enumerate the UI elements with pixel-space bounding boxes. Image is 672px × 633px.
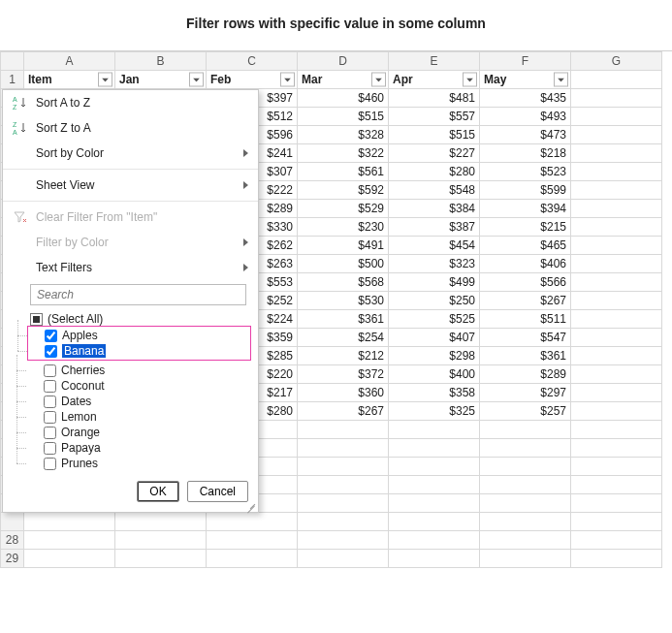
cell[interactable] [115,513,207,531]
cell[interactable]: $566 [480,273,571,292]
filter-dropdown-D[interactable] [371,73,386,87]
cell[interactable]: Jan [115,71,207,89]
filter-value-checkbox[interactable] [44,427,56,439]
cell[interactable] [115,550,207,568]
sort-za[interactable]: ZA Sort Z to A [3,115,258,141]
cell[interactable]: $561 [298,163,389,181]
cell[interactable]: $289 [480,365,571,384]
filter-value-row[interactable]: Cherries [30,363,248,378]
filter-value-checkbox[interactable] [44,458,56,470]
cell[interactable]: $267 [298,402,389,421]
cell[interactable] [480,439,571,458]
cell[interactable] [571,144,662,163]
cell[interactable]: $250 [389,292,480,310]
cell[interactable] [298,476,389,494]
row-header[interactable]: 29 [1,550,24,568]
cell[interactable] [571,237,662,255]
cell[interactable] [480,476,571,494]
cell[interactable]: $599 [480,181,571,200]
cell[interactable]: $493 [480,108,571,126]
filter-dropdown-B[interactable] [189,73,204,87]
cell[interactable] [389,494,480,513]
col-header-F[interactable]: F [480,52,571,71]
filter-value-checkbox[interactable] [44,380,56,393]
cell[interactable]: Apr [389,71,480,89]
ok-button[interactable]: OK [137,481,178,502]
cell[interactable] [298,513,389,531]
cell[interactable] [298,494,389,513]
cell[interactable]: $460 [298,89,389,108]
cell[interactable]: $407 [389,329,480,347]
filter-value-checkbox[interactable] [44,364,56,377]
cell[interactable] [389,421,480,439]
cell[interactable]: $500 [298,255,389,273]
cell[interactable]: $230 [298,218,389,237]
cell[interactable] [298,550,389,568]
cell[interactable]: $384 [389,200,480,218]
cell[interactable]: $523 [480,163,571,181]
cell[interactable] [571,458,662,476]
cell[interactable]: $515 [389,126,480,144]
cell[interactable]: $400 [389,365,480,384]
filter-value-checkbox[interactable] [45,330,57,342]
cell[interactable] [298,531,389,550]
col-header-A[interactable]: A [24,52,115,71]
cell[interactable] [480,458,571,476]
cell[interactable] [207,513,298,531]
text-filters[interactable]: Text Filters [3,255,258,280]
cell[interactable] [298,458,389,476]
cell[interactable] [571,218,662,237]
cell[interactable]: $394 [480,200,571,218]
cell[interactable]: $267 [480,292,571,310]
col-header-E[interactable]: E [389,52,480,71]
cell[interactable]: $372 [298,365,389,384]
cell[interactable] [571,439,662,458]
filter-value-row[interactable]: Orange [30,425,248,440]
cell[interactable] [480,531,571,550]
cell[interactable]: $328 [298,126,389,144]
cell[interactable] [571,531,662,550]
cell[interactable]: Mar [298,71,389,89]
cell[interactable] [480,494,571,513]
cell[interactable] [571,513,662,531]
cell[interactable] [571,494,662,513]
cell[interactable]: $218 [480,144,571,163]
col-header-G[interactable]: G [571,52,662,71]
cell[interactable]: $297 [480,384,571,402]
cell[interactable]: $323 [389,255,480,273]
filter-value-row[interactable]: Apples [31,328,247,343]
sheet-view[interactable]: Sheet View [3,173,258,198]
cell[interactable]: $547 [480,329,571,347]
cell[interactable]: $280 [389,163,480,181]
cell[interactable]: Feb [207,71,298,89]
cell[interactable]: $361 [480,347,571,365]
cell[interactable] [480,513,571,531]
cell[interactable] [389,531,480,550]
filter-dropdown-F[interactable] [554,73,568,87]
col-header-B[interactable]: B [115,52,207,71]
cell[interactable] [24,550,115,568]
filter-value-row[interactable]: Prunes [30,456,248,471]
cell[interactable]: $406 [480,255,571,273]
sort-az[interactable]: AZ Sort A to Z [3,90,258,115]
sort-by-color[interactable]: Sort by Color [3,141,258,166]
cell[interactable]: $499 [389,273,480,292]
resize-handle[interactable] [246,500,256,510]
cell[interactable] [571,71,662,89]
cancel-button[interactable]: Cancel [187,481,248,502]
cell[interactable] [571,421,662,439]
cell[interactable]: $473 [480,126,571,144]
cell[interactable]: Item [24,71,115,89]
cell[interactable]: $215 [480,218,571,237]
cell[interactable] [389,550,480,568]
cell[interactable]: $515 [298,108,389,126]
cell[interactable]: $592 [298,181,389,200]
cell[interactable]: $557 [389,108,480,126]
cell[interactable] [571,329,662,347]
cell[interactable]: $529 [298,200,389,218]
filter-value-row[interactable]: Papaya [30,440,248,456]
cell[interactable]: $435 [480,89,571,108]
cell[interactable]: $254 [298,329,389,347]
cell[interactable] [571,550,662,568]
cell[interactable] [571,273,662,292]
